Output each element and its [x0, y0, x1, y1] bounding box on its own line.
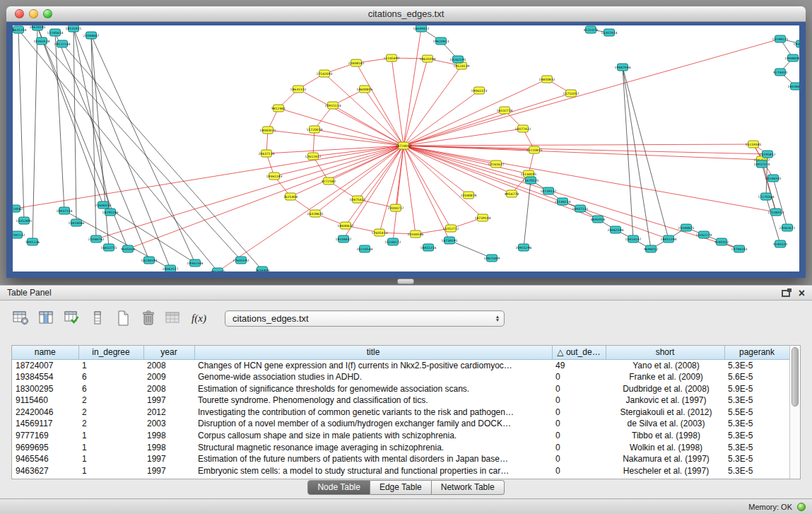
network-node[interactable]: 10363528	[34, 37, 50, 45]
close-panel-icon[interactable]: ×	[799, 286, 805, 300]
network-node[interactable]: 20624105	[30, 25, 46, 30]
network-edge[interactable]	[404, 28, 421, 146]
network-node[interactable]: 14438415	[788, 83, 799, 90]
network-edge[interactable]	[358, 146, 404, 199]
network-node[interactable]: 19488086	[785, 54, 799, 62]
table-row[interactable]: 977716911998Corpus callosum shape and si…	[12, 430, 789, 442]
table-row[interactable]: 946554611997Estimation of the future num…	[12, 453, 789, 465]
network-edge[interactable]	[766, 197, 780, 244]
network-node[interactable]: 9505014	[121, 245, 135, 252]
network-node[interactable]: 18531911	[66, 25, 82, 32]
network-node[interactable]: 19487944	[615, 64, 631, 71]
network-node[interactable]: 12245497	[384, 54, 400, 62]
network-edge[interactable]	[404, 146, 669, 239]
network-node[interactable]: 7625404	[283, 193, 298, 200]
panel-divider-handle[interactable]	[397, 279, 414, 284]
network-node[interactable]: 17605592	[233, 257, 249, 264]
network-edge[interactable]	[404, 110, 505, 146]
table-row[interactable]: 1830029562008Estimation of significance …	[12, 383, 789, 395]
tab-node-table[interactable]: Node Table	[307, 480, 370, 495]
network-node[interactable]: 16307414	[601, 29, 618, 36]
column-header-year[interactable]: year	[143, 346, 194, 359]
network-edge[interactable]	[266, 146, 404, 153]
network-edge[interactable]	[404, 146, 598, 219]
single-column-button[interactable]	[88, 309, 107, 328]
network-edge[interactable]	[346, 146, 404, 226]
network-node[interactable]: 17605413	[372, 229, 388, 236]
network-node[interactable]: 20210544	[357, 245, 373, 252]
network-node[interactable]: 19610813	[433, 37, 449, 45]
table-settings-button[interactable]	[11, 309, 30, 328]
column-header-in_degree[interactable]: in_degree	[78, 346, 143, 359]
table-scrollbar-thumb[interactable]	[792, 347, 799, 407]
network-edge[interactable]	[55, 33, 149, 260]
network-edge[interactable]	[379, 146, 404, 233]
network-edge[interactable]	[404, 39, 780, 146]
network-node[interactable]: 19061373	[471, 87, 488, 94]
network-node[interactable]: 18451394	[661, 235, 677, 243]
tab-edge-table[interactable]: Edge Table	[370, 480, 432, 495]
column-header-title[interactable]: title	[194, 346, 552, 359]
network-edge[interactable]	[268, 130, 404, 146]
column-header-pagerank[interactable]: pagerank	[724, 346, 789, 359]
network-edge[interactable]	[33, 27, 37, 242]
delete-button[interactable]	[139, 309, 158, 328]
network-node[interactable]: 10077422	[515, 125, 531, 132]
network-edge[interactable]	[218, 146, 404, 271]
show-columns-button[interactable]	[37, 309, 56, 328]
network-node[interactable]: 12161627	[488, 160, 505, 168]
network-node[interactable]: 10937154	[57, 207, 73, 214]
network-node[interactable]: 21044586	[408, 230, 424, 238]
network-edge[interactable]	[314, 129, 404, 146]
table-row[interactable]: 1872400712008Changes of HCN gene express…	[12, 359, 789, 371]
network-edge[interactable]	[55, 33, 64, 211]
table-row[interactable]: 2242004622012Investigating the contribut…	[12, 407, 789, 419]
new-document-button[interactable]	[113, 309, 132, 328]
network-node[interactable]: 15352712	[443, 225, 459, 232]
network-node[interactable]: 19122144	[54, 40, 71, 47]
network-node[interactable]: 20637134	[259, 150, 275, 157]
network-node[interactable]: 15159385	[746, 141, 762, 148]
network-node[interactable]: 14600816	[357, 86, 373, 93]
close-button[interactable]	[15, 9, 24, 18]
network-node[interactable]: 18631332	[290, 86, 307, 93]
table-row[interactable]: 911546021997Tourette syndrome. Phenomeno…	[12, 395, 789, 407]
network-node[interactable]: 8131074	[584, 26, 598, 33]
network-canvas[interactable]: 1872400719524139186310941224549722808182…	[13, 25, 799, 271]
network-node[interactable]: 23062594	[608, 226, 624, 233]
network-node[interactable]: 22040878	[461, 192, 477, 199]
network-edge[interactable]	[524, 180, 531, 247]
network-node[interactable]: 9274410	[773, 69, 787, 76]
network-edge[interactable]	[404, 90, 479, 146]
network-svg[interactable]: 1872400719524139186310941224549722808182…	[13, 25, 799, 271]
minimize-button[interactable]	[29, 9, 38, 18]
network-node[interactable]: 15598125	[772, 35, 789, 42]
tab-network-table[interactable]: Network Table	[432, 480, 505, 495]
network-node[interactable]: 11581132	[13, 231, 25, 238]
network-node[interactable]: 9272582	[322, 177, 336, 185]
network-node[interactable]: 17542093	[317, 70, 333, 77]
network-node[interactable]: 16144103	[141, 257, 158, 264]
network-node[interactable]: 12210815	[526, 146, 543, 153]
network-node[interactable]: 5905136	[25, 238, 40, 245]
network-node[interactable]: 16649412	[413, 25, 430, 32]
network-edge[interactable]	[42, 41, 241, 260]
network-node[interactable]: 15352891	[16, 217, 33, 224]
network-node[interactable]: 16532718	[497, 107, 513, 114]
network-node[interactable]: 18739104	[475, 214, 491, 221]
network-edge[interactable]	[404, 59, 428, 146]
network-node[interactable]: 12612412	[305, 153, 322, 160]
function-builder-button[interactable]: f(x)	[189, 309, 208, 328]
network-edge[interactable]	[356, 63, 404, 146]
network-node[interactable]: 20915114	[325, 102, 341, 109]
network-edge[interactable]	[773, 178, 787, 228]
network-node[interactable]: 11720018	[307, 126, 323, 133]
network-edge[interactable]	[623, 67, 651, 249]
table-select-dropdown[interactable]: citations_edges.txt ▲▼	[225, 310, 505, 327]
network-node[interactable]: 18451216	[420, 244, 437, 251]
network-edge[interactable]	[404, 66, 461, 146]
column-header-name[interactable]: name	[12, 346, 78, 359]
network-node[interactable]: 22808182	[348, 59, 365, 66]
network-node[interactable]: 15144172	[385, 238, 401, 245]
network-edge[interactable]	[73, 28, 170, 269]
